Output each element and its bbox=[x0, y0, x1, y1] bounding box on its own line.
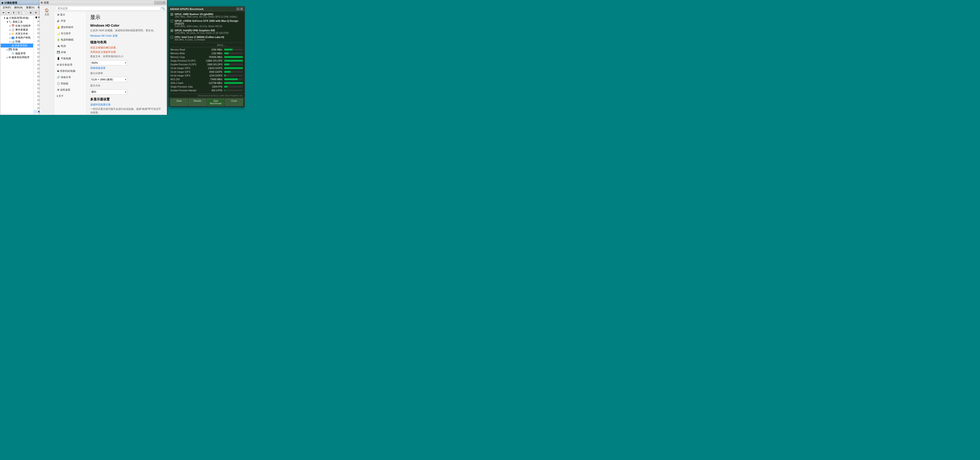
settings-menu-focus[interactable]: 🌙 专注助手 bbox=[54, 30, 86, 36]
settings-close-button[interactable]: ✕ bbox=[162, 1, 166, 5]
benchmark-label: Double-Precision Mandel bbox=[170, 89, 202, 92]
settings-minimize-button[interactable]: — bbox=[154, 1, 158, 5]
settings-window-controls: — □ ✕ bbox=[154, 1, 166, 5]
tree-item-local-users[interactable]: ▷ 👥 本地用户和组 bbox=[1, 36, 33, 40]
tree-item-event-viewer[interactable]: ▷ 📋 事件查看器 bbox=[1, 28, 33, 32]
settings-maximize-button[interactable]: □ bbox=[158, 1, 162, 5]
benchmark-bar bbox=[224, 52, 243, 54]
gpu-checkbox[interactable] bbox=[170, 13, 173, 16]
settings-menu-sound[interactable]: 🔊 声音 bbox=[54, 18, 86, 24]
aida64-start-benchmark-button[interactable]: Start Benchmark bbox=[207, 99, 224, 106]
benchmark-bar bbox=[224, 49, 243, 51]
orientation-dropdown[interactable]: 横向 ▾ bbox=[90, 89, 127, 95]
aida64-minimize-button[interactable]: — bbox=[236, 8, 240, 10]
benchmark-label: 64-bit Integer IOPS bbox=[170, 75, 202, 77]
benchmark-row: Single-Precision Julia 2204 FPS bbox=[170, 85, 243, 89]
benchmark-bar-fill bbox=[224, 71, 231, 73]
benchmark-bar bbox=[224, 75, 243, 76]
settings-nav-home[interactable]: 🏠 主页 bbox=[40, 7, 54, 17]
settings-menu-multitask[interactable]: ⊞ 多任务处理 bbox=[54, 62, 86, 68]
benchmark-bar bbox=[224, 86, 243, 87]
benchmark-row: 24-bit Integer IOPS 13643 GIOPS bbox=[170, 66, 243, 70]
tree-label: 计算机管理(本地) bbox=[9, 16, 29, 20]
toolbar-btn-1[interactable]: ⬅ bbox=[1, 11, 6, 15]
toolbar-btn-3[interactable]: ⬆ bbox=[11, 11, 16, 15]
aida64-results-button[interactable]: Results bbox=[189, 99, 206, 106]
benchmark-bar-fill bbox=[224, 75, 226, 76]
benchmark-bar bbox=[224, 56, 243, 58]
advanced-scale-link[interactable]: 高级缩放设置 bbox=[90, 66, 163, 70]
settings-menu-power[interactable]: 🔋 电源和睡眠 bbox=[54, 36, 86, 43]
aida64-gpu-item: GPU3: Intel(R) UHD Graphics 630 1150 MHz… bbox=[170, 29, 243, 34]
tree-item-services[interactable]: ▷ ⚙ 服务和应用程序 bbox=[1, 56, 33, 59]
connect-wireless-link[interactable]: 连接到无线显示器 bbox=[90, 103, 163, 106]
tree-label: 磁盘管理 bbox=[15, 52, 25, 55]
menu-item-label: 远程桌面 bbox=[60, 88, 70, 91]
tree-item-storage[interactable]: ▷ 💾 存储 bbox=[1, 48, 33, 51]
toolbar-btn-2[interactable]: ➡ bbox=[6, 11, 11, 15]
aida64-save-button[interactable]: Save bbox=[170, 99, 188, 106]
tree-label: 任务计划程序 bbox=[15, 24, 30, 28]
tree-item-shared-folders[interactable]: ▷ 📁 共享文件夹 bbox=[1, 32, 33, 36]
cm-menu-action[interactable]: 操作(A) bbox=[13, 6, 24, 10]
menu-item-icon: 🔌 bbox=[57, 44, 61, 47]
benchmark-bar-fill bbox=[224, 89, 225, 91]
tree-item-scheduler[interactable]: ▷ 📅 任务计划程序 bbox=[1, 24, 33, 28]
windows-hd-color-link[interactable]: Windows HD Color 设置 bbox=[90, 34, 118, 37]
settings-main-content: 显示 Windows HD Color 让支持 HDR 的视频、游戏和应用的画面… bbox=[86, 11, 167, 115]
toolbar-separator-2 bbox=[39, 11, 39, 14]
tree-label: 设备管理器 bbox=[14, 44, 27, 47]
settings-search-input[interactable] bbox=[56, 6, 161, 10]
settings-menu-tablet[interactable]: 📱 平板电脑 bbox=[54, 56, 86, 62]
settings-menu-battery[interactable]: 🔌 电池 bbox=[54, 43, 86, 49]
benchmark-label: Memory Read bbox=[170, 48, 202, 51]
scale-warning-link[interactable]: 关闭自定义缩放并注销 bbox=[90, 51, 116, 53]
toolbar-btn-4[interactable]: 🗌 bbox=[16, 11, 21, 15]
chevron-down-icon: ▾ bbox=[125, 62, 126, 64]
benchmark-value: 3368 GFLOPS bbox=[202, 63, 223, 66]
aida64-close-button-2[interactable]: Close bbox=[225, 99, 243, 106]
settings-menu-display[interactable]: 🖥 显示 bbox=[54, 11, 86, 18]
settings-menu-notifications[interactable]: 🔔 通知和操作 bbox=[54, 24, 86, 30]
tree-label: 本地用户和组 bbox=[15, 36, 30, 40]
gpu-checkbox[interactable] bbox=[170, 29, 173, 32]
settings-menu-project[interactable]: 📽 投影到此电脑 bbox=[54, 68, 86, 74]
gpu-checkbox[interactable] bbox=[170, 20, 173, 22]
aida64-gpu-item: GPU2: nVIDIA GeForce GTX 1650 with Max-Q… bbox=[170, 19, 243, 28]
table-col-more: ... bbox=[224, 44, 243, 47]
settings-sidebar: 🏠 主页 bbox=[40, 5, 54, 115]
multi-display-description: 一些旧式显示器可能不会进行自动连接。选择"检测"即可尝试手动连接。 bbox=[90, 107, 163, 114]
resolution-value: 5120 × 2880 (推荐) bbox=[91, 78, 113, 81]
toolbar-btn-6[interactable]: 🖥 bbox=[28, 11, 33, 15]
benchmark-bar-fill bbox=[224, 82, 243, 84]
scale-dropdown[interactable]: 450% ▾ bbox=[90, 60, 127, 65]
settings-menu-remote[interactable]: 🖥 远程桌面 bbox=[54, 87, 86, 93]
benchmark-row: Double-Precision Mandel 453.3 FPS bbox=[170, 89, 243, 92]
tree-item-computer-management[interactable]: ▼ 🖥 计算机管理(本地) bbox=[1, 16, 33, 20]
cm-menu-file[interactable]: 文件(F) bbox=[1, 6, 12, 10]
tree-label: 事件查看器 bbox=[15, 28, 28, 32]
tree-item-system-tools[interactable]: ▼ 🔧 系统工具 bbox=[1, 20, 33, 24]
tree-label: 共享文件夹 bbox=[15, 32, 28, 35]
tree-item-device-manager[interactable]: 🖥 设备管理器 bbox=[1, 44, 33, 48]
cm-menu-view[interactable]: 查看(V) bbox=[25, 6, 36, 10]
chevron-down-icon-3: ▾ bbox=[125, 91, 126, 93]
settings-menu-shared[interactable]: 🔗 体验共享 bbox=[54, 74, 86, 81]
benchmark-bar-fill bbox=[224, 67, 243, 69]
gpu-detail: 800 MHz, 6 cores, 12 threads bbox=[175, 38, 243, 41]
benchmark-value: 1224 GIOPS bbox=[202, 75, 223, 77]
menu-item-label: 关于 bbox=[59, 95, 64, 97]
tree-label: 服务和应用程序 bbox=[11, 56, 29, 59]
aida64-close-button[interactable]: ✕ bbox=[240, 8, 243, 10]
tree-item-disk-management[interactable]: 💿 磁盘管理 bbox=[1, 51, 33, 56]
settings-menu-storage[interactable]: 💾 存储 bbox=[54, 49, 86, 56]
settings-menu-about[interactable]: ℹ 关于 bbox=[54, 93, 86, 99]
toolbar-btn-5[interactable]: 📄 bbox=[22, 11, 26, 15]
tree-item-performance[interactable]: ▷ 📊 性能 bbox=[1, 40, 33, 44]
cm-left-tree: ▼ 🖥 计算机管理(本地) ▼ 🔧 系统工具 ▷ 📅 任务计划程序 ▷ 📋 bbox=[0, 16, 34, 115]
resolution-dropdown[interactable]: 5120 × 2880 (推荐) ▾ bbox=[90, 77, 127, 82]
tree-label: 性能 bbox=[15, 40, 21, 43]
settings-menu-clipboard[interactable]: 📋 剪贴板 bbox=[54, 81, 86, 87]
toolbar-btn-7[interactable]: ⚙ bbox=[33, 11, 38, 15]
gpu-checkbox[interactable] bbox=[170, 36, 173, 39]
